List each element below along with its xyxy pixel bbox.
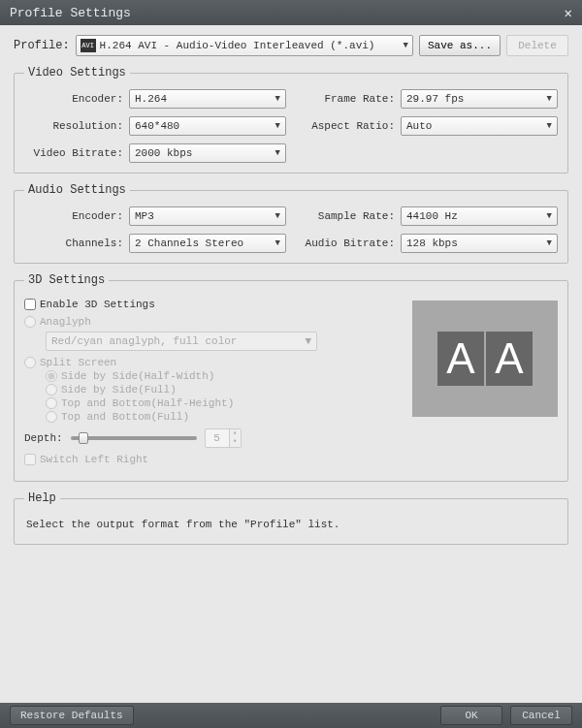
chevron-down-icon: ▼ bbox=[275, 94, 280, 104]
chevron-down-icon: ▼ bbox=[547, 238, 552, 248]
preview-left-a: A bbox=[437, 332, 484, 386]
help-legend: Help bbox=[24, 491, 60, 505]
tb-half-radio: Top and Bottom(Half-Height) bbox=[46, 397, 403, 409]
video-settings-group: Video Settings Encoder: H.264▼ Frame Rat… bbox=[14, 66, 568, 174]
samplerate-label: Sample Rate: bbox=[296, 210, 401, 222]
depth-spinner: 5 ▴ ▾ bbox=[205, 428, 242, 448]
video-bitrate-select[interactable]: 2000 kbps▼ bbox=[129, 143, 286, 163]
spinner-down-icon: ▾ bbox=[229, 438, 241, 447]
tb-full-radio: Top and Bottom(Full) bbox=[46, 411, 403, 423]
resolution-select[interactable]: 640*480▼ bbox=[129, 116, 286, 136]
anaglyph-select: Red/cyan anaglyph, full color▼ bbox=[46, 332, 317, 351]
chevron-down-icon: ▼ bbox=[547, 211, 552, 221]
audio-bitrate-label: Audio Bitrate: bbox=[296, 237, 401, 249]
sbs-half-radio: Side by Side(Half-Width) bbox=[46, 370, 403, 382]
3d-legend: 3D Settings bbox=[24, 273, 109, 287]
footer: Restore Defaults OK Cancel bbox=[0, 703, 582, 728]
slider-thumb[interactable] bbox=[79, 432, 88, 444]
3d-settings-group: 3D Settings Enable 3D Settings Anaglyph … bbox=[14, 273, 568, 482]
anaglyph-radio: Anaglyph bbox=[24, 316, 403, 328]
video-legend: Video Settings bbox=[24, 66, 130, 79]
audio-legend: Audio Settings bbox=[24, 183, 130, 197]
chevron-down-icon: ▼ bbox=[404, 41, 408, 50]
audio-encoder-select[interactable]: MP3▼ bbox=[129, 206, 286, 226]
video-encoder-label: Encoder: bbox=[24, 93, 129, 105]
profile-select[interactable]: AVI H.264 AVI - Audio-Video Interleaved … bbox=[76, 35, 413, 56]
video-encoder-select[interactable]: H.264▼ bbox=[129, 89, 286, 109]
profile-row: Profile: AVI H.264 AVI - Audio-Video Int… bbox=[14, 35, 568, 56]
aspect-select[interactable]: Auto▼ bbox=[401, 116, 558, 136]
help-group: Help Select the output format from the "… bbox=[14, 491, 568, 545]
titlebar: Profile Settings ✕ bbox=[0, 0, 582, 25]
chevron-down-icon: ▼ bbox=[275, 238, 280, 248]
framerate-select[interactable]: 29.97 fps▼ bbox=[401, 89, 558, 109]
enable-3d-checkbox[interactable]: Enable 3D Settings bbox=[24, 299, 403, 310]
profile-label: Profile: bbox=[14, 39, 70, 52]
chevron-down-icon: ▼ bbox=[275, 148, 280, 158]
delete-button: Delete bbox=[506, 35, 568, 56]
channels-label: Channels: bbox=[24, 237, 129, 249]
video-bitrate-label: Video Bitrate: bbox=[24, 147, 129, 159]
close-icon[interactable]: ✕ bbox=[565, 5, 572, 21]
sbs-full-radio: Side by Side(Full) bbox=[46, 384, 403, 396]
resolution-label: Resolution: bbox=[24, 120, 129, 132]
audio-bitrate-select[interactable]: 128 kbps▼ bbox=[401, 234, 558, 253]
aspect-label: Aspect Ratio: bbox=[296, 120, 401, 132]
window-title: Profile Settings bbox=[10, 6, 131, 20]
help-text: Select the output format from the "Profi… bbox=[24, 515, 558, 534]
profile-value: H.264 AVI - Audio-Video Interleaved (*.a… bbox=[100, 40, 400, 51]
framerate-label: Frame Rate: bbox=[296, 93, 401, 105]
restore-defaults-button[interactable]: Restore Defaults bbox=[10, 706, 134, 725]
content-area: Profile: AVI H.264 AVI - Audio-Video Int… bbox=[0, 25, 582, 703]
chevron-down-icon: ▼ bbox=[547, 121, 552, 131]
samplerate-select[interactable]: 44100 Hz▼ bbox=[401, 206, 558, 226]
depth-slider[interactable] bbox=[71, 436, 197, 440]
cancel-button[interactable]: Cancel bbox=[510, 706, 572, 725]
chevron-down-icon: ▼ bbox=[275, 211, 280, 221]
split-screen-radio: Split Screen bbox=[24, 357, 403, 368]
ok-button[interactable]: OK bbox=[440, 706, 502, 725]
channels-select[interactable]: 2 Channels Stereo▼ bbox=[129, 234, 286, 253]
switch-lr-checkbox: Switch Left Right bbox=[24, 454, 403, 465]
audio-encoder-label: Encoder: bbox=[24, 210, 129, 222]
save-as-button[interactable]: Save as... bbox=[419, 35, 501, 56]
audio-settings-group: Audio Settings Encoder: MP3▼ Sample Rate… bbox=[14, 183, 568, 264]
chevron-down-icon: ▼ bbox=[275, 121, 280, 131]
preview-right-a: A bbox=[486, 332, 533, 386]
avi-icon: AVI bbox=[81, 39, 96, 52]
chevron-down-icon: ▼ bbox=[305, 335, 311, 347]
depth-label: Depth: bbox=[24, 432, 63, 444]
3d-preview: A A bbox=[412, 301, 558, 417]
chevron-down-icon: ▼ bbox=[547, 94, 552, 104]
depth-row: Depth: 5 ▴ ▾ bbox=[24, 428, 403, 448]
